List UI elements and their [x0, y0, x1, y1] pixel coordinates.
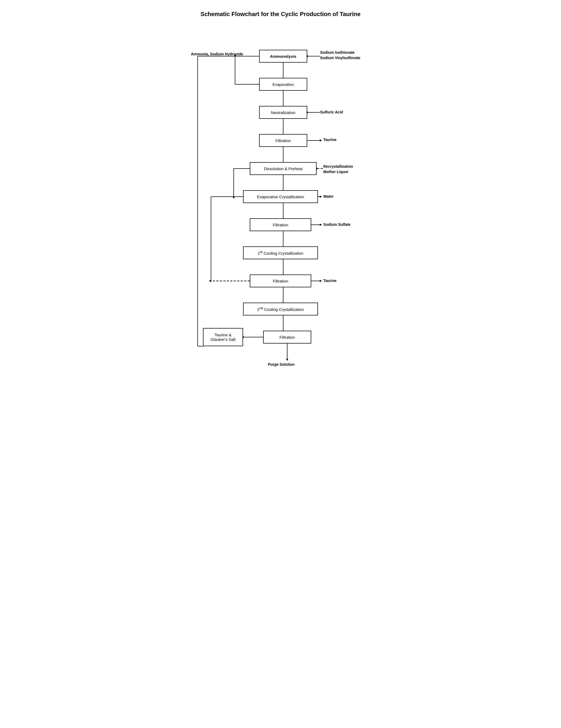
taurine-glauber-box: Taurine &Glauber's Salt: [203, 328, 243, 346]
flowchart: Ammonolysis Evaporation Neutralization F…: [187, 28, 374, 373]
page: Schematic Flowchart for the Cyclic Produ…: [187, 11, 374, 373]
sulfuric-acid-label: Sulfuric Acid: [320, 110, 343, 114]
page-title: Schematic Flowchart for the Cyclic Produ…: [187, 11, 374, 18]
svg-marker-25: [320, 224, 322, 226]
dissolution-box: Dissolution & Preheat: [250, 162, 316, 175]
svg-marker-41: [286, 359, 288, 361]
filtration3-box: Filtration: [250, 275, 311, 287]
water-label: Water: [323, 194, 333, 199]
neutralization-box: Neutralization: [259, 106, 307, 119]
sodium-iso-label: Sodium Isethionate: [320, 50, 354, 55]
svg-marker-53: [233, 197, 235, 199]
sodium-sulfate-label: Sodium Sulfate: [323, 222, 350, 227]
purge-solution-label: Purge Solution: [268, 362, 295, 367]
filtration2-box: Filtration: [250, 218, 311, 231]
filtration1-box: Filtration: [259, 134, 307, 147]
evap-cryst-box: Evaporative Crystallization: [243, 190, 318, 203]
filtration4-box: Filtration: [263, 331, 311, 344]
taurine2-label: Taurine: [323, 279, 337, 283]
evaporation-box: Evaporation: [259, 78, 307, 91]
recryst-label: Recrystallization: [323, 164, 353, 169]
cool-cryst1-box: 1st Cooling Crystallization: [243, 246, 318, 259]
svg-marker-33: [209, 280, 211, 282]
cool-cryst2-box: 2nd Cooling Crystallization: [243, 303, 318, 315]
svg-marker-21: [320, 196, 322, 198]
ammonolysis-box: Ammonolysis: [259, 50, 307, 63]
taurine1-label: Taurine: [323, 138, 337, 142]
mother-liq-label: Mother Liquor: [323, 170, 348, 174]
svg-marker-13: [320, 139, 322, 142]
ammonia-label: Ammonia, Sodium Hydroxide: [191, 52, 243, 56]
svg-marker-31: [320, 280, 322, 282]
sodium-vinyl-label: Sodium Vinylsulfonate: [320, 56, 360, 60]
